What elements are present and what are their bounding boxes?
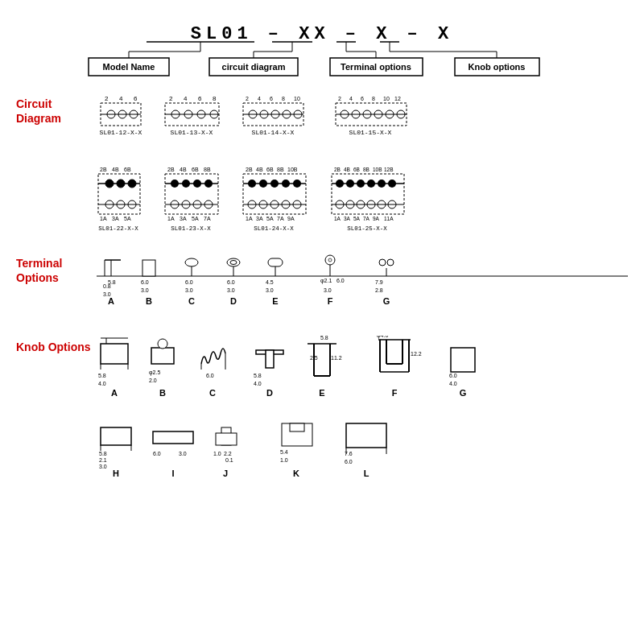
- svg-text:6.0: 6.0: [141, 279, 149, 285]
- svg-text:6B: 6B: [353, 167, 360, 172]
- svg-text:SL01-25-X-X: SL01-25-X-X: [347, 225, 387, 232]
- svg-text:10: 10: [383, 96, 390, 101]
- svg-text:6.0: 6.0: [345, 459, 353, 464]
- svg-text:2: 2: [338, 96, 341, 101]
- svg-text:7.6: 7.6: [345, 451, 353, 456]
- svg-text:2.5: 2.5: [310, 355, 318, 361]
- svg-text:6B: 6B: [266, 167, 274, 172]
- svg-rect-170: [142, 260, 155, 276]
- svg-text:G: G: [460, 388, 467, 398]
- svg-text:B: B: [159, 388, 166, 398]
- svg-text:5.8: 5.8: [98, 373, 106, 378]
- svg-text:F: F: [328, 296, 333, 306]
- svg-text:J: J: [223, 469, 228, 478]
- svg-text:3.0: 3.0: [227, 287, 235, 293]
- svg-text:10: 10: [294, 96, 300, 101]
- svg-rect-269: [346, 423, 386, 448]
- svg-text:Knob options: Knob options: [469, 62, 526, 72]
- svg-text:5.8: 5.8: [254, 373, 262, 378]
- svg-text:3.0: 3.0: [185, 287, 193, 293]
- svg-text:2B: 2B: [100, 167, 107, 172]
- svg-text:3.0: 3.0: [141, 287, 149, 293]
- svg-text:4B: 4B: [344, 167, 350, 172]
- svg-text:SL01-24-X-X: SL01-24-X-X: [254, 225, 294, 232]
- svg-text:4.0: 4.0: [449, 381, 457, 386]
- svg-text:6: 6: [361, 96, 364, 101]
- svg-text:3A: 3A: [112, 216, 119, 221]
- svg-text:6.0: 6.0: [336, 278, 345, 283]
- svg-text:G: G: [383, 296, 390, 306]
- svg-text:3.0: 3.0: [99, 464, 107, 469]
- svg-point-181: [230, 261, 237, 265]
- svg-text:2B: 2B: [167, 167, 175, 172]
- svg-text:I: I: [171, 469, 174, 478]
- svg-text:6.0: 6.0: [206, 373, 214, 378]
- svg-text:4B: 4B: [256, 167, 263, 172]
- svg-text:8B: 8B: [277, 167, 284, 172]
- svg-text:5.4: 5.4: [280, 449, 288, 455]
- svg-text:3.0: 3.0: [266, 287, 274, 293]
- svg-text:φ4.0: φ4.0: [377, 336, 388, 339]
- svg-text:2B: 2B: [246, 167, 253, 172]
- svg-text:H: H: [113, 469, 119, 478]
- svg-text:C: C: [188, 296, 195, 306]
- svg-text:6B: 6B: [124, 167, 131, 172]
- svg-point-198: [379, 259, 386, 266]
- svg-text:5A: 5A: [266, 216, 274, 221]
- svg-text:2.0: 2.0: [149, 378, 157, 383]
- svg-text:8: 8: [372, 96, 375, 101]
- svg-text:6: 6: [198, 95, 202, 102]
- svg-text:1A: 1A: [100, 216, 107, 221]
- svg-text:E: E: [272, 296, 278, 306]
- svg-text:4.0: 4.0: [254, 381, 262, 386]
- svg-rect-254: [153, 431, 193, 444]
- svg-text:7.9: 7.9: [375, 279, 383, 285]
- svg-text:2: 2: [246, 96, 249, 101]
- svg-text:2: 2: [105, 95, 109, 102]
- svg-rect-265: [290, 423, 304, 431]
- svg-text:5.8: 5.8: [320, 336, 328, 341]
- svg-text:3.0: 3.0: [324, 287, 332, 293]
- svg-text:9A: 9A: [373, 216, 380, 221]
- knob-options-label: Knob Options: [16, 341, 91, 353]
- svg-text:1.0: 1.0: [280, 457, 288, 463]
- svg-text:circuit diagram: circuit diagram: [222, 62, 286, 72]
- svg-text:0.1: 0.1: [225, 457, 233, 463]
- svg-text:4: 4: [258, 96, 261, 101]
- svg-text:6B: 6B: [192, 167, 199, 172]
- svg-text:A: A: [108, 296, 114, 306]
- svg-text:12: 12: [394, 96, 401, 101]
- svg-text:F: F: [392, 388, 398, 398]
- svg-point-212: [158, 339, 167, 349]
- svg-text:4B: 4B: [112, 167, 119, 172]
- svg-text:11A: 11A: [384, 216, 394, 221]
- svg-text:4: 4: [119, 95, 123, 102]
- svg-text:K: K: [293, 469, 299, 478]
- knob-row2-svg: 5.8 2.1 3.0 H 6.0 3.0 I 1.0 2.2 0.1 J: [97, 415, 499, 484]
- svg-text:C: C: [209, 388, 216, 398]
- svg-text:8B: 8B: [363, 167, 369, 172]
- svg-point-199: [387, 259, 394, 266]
- svg-text:8: 8: [282, 96, 285, 101]
- svg-text:SL01-22-X-X: SL01-22-X-X: [98, 225, 138, 232]
- svg-text:3A: 3A: [256, 216, 263, 221]
- svg-text:1A: 1A: [246, 216, 253, 221]
- svg-text:SL01-23-X-X: SL01-23-X-X: [171, 225, 211, 232]
- circuit-row1-svg: 246 SL01-12-X-X 2468 SL01-13-X-X 246810: [97, 93, 628, 161]
- svg-text:6.0: 6.0: [227, 279, 235, 285]
- svg-text:5A: 5A: [353, 216, 361, 221]
- svg-text:5.8: 5.8: [108, 279, 116, 285]
- svg-text:φ2.5: φ2.5: [149, 369, 160, 376]
- svg-text:2: 2: [169, 95, 173, 102]
- circuit-row2-svg: 2B4B6B 1A3A5A SL01-22-X-X 2B4B6B8B: [97, 164, 644, 241]
- terminal-options-label: Terminal Options: [16, 257, 62, 284]
- svg-text:9A: 9A: [287, 216, 295, 221]
- svg-text:4.5: 4.5: [266, 279, 274, 285]
- svg-text:8: 8: [213, 95, 217, 102]
- svg-rect-243: [451, 348, 475, 372]
- svg-text:3A: 3A: [344, 216, 351, 221]
- svg-text:D: D: [230, 296, 237, 306]
- svg-text:SL01-14-X-X: SL01-14-X-X: [252, 129, 295, 136]
- svg-text:7A: 7A: [204, 216, 211, 221]
- svg-text:SL01-13-X-X: SL01-13-X-X: [171, 129, 213, 136]
